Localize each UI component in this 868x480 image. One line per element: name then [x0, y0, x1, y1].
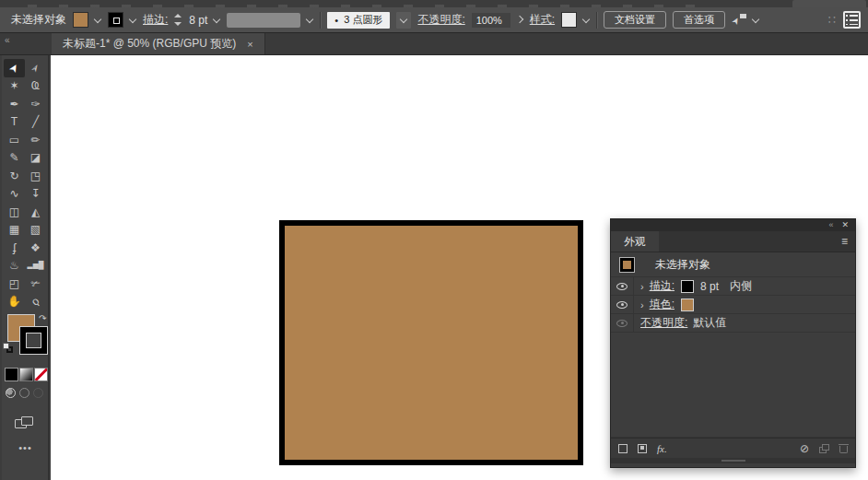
panel-titlebar[interactable]: « ✕	[611, 219, 855, 231]
gradient-tool[interactable]: ▧	[25, 221, 46, 240]
preferences-button[interactable]: 首选项	[673, 11, 725, 29]
toolbar-panel: ➤➢✶Ҩ✒✑T╱▭✏✎◪↻◳∿↧◫◭▦▧ʄ❖♨▂▅█◰✃✋ϙ ↷ •••	[2, 55, 49, 480]
draw-behind-button[interactable]	[19, 388, 29, 398]
artboard-tool[interactable]: ◰	[4, 275, 25, 293]
hand-tool[interactable]: ✋	[4, 293, 25, 311]
rectangle-tool[interactable]: ▭	[4, 131, 25, 149]
document-tab-close-icon[interactable]: ×	[247, 39, 252, 50]
symbol-sprayer-tool[interactable]: ♨	[4, 257, 25, 275]
color-button[interactable]	[6, 369, 18, 380]
tool-dock: ➤➢✶Ҩ✒✑T╱▭✏✎◪↻◳∿↧◫◭▦▧ʄ❖♨▂▅█◰✃✋ϙ ↷ •••	[0, 55, 51, 480]
eye-icon[interactable]	[616, 283, 628, 290]
add-new-stroke-icon[interactable]	[618, 444, 628, 453]
duplicate-item-icon[interactable]	[819, 444, 829, 453]
shape-builder-tool[interactable]: ◫	[4, 203, 25, 221]
slice-tool[interactable]: ✃	[25, 275, 46, 293]
eraser-tool[interactable]: ◪	[25, 149, 46, 168]
mesh-tool[interactable]: ▦	[4, 221, 25, 240]
fill-row-link[interactable]: 填色:	[650, 297, 674, 312]
variable-width-profile-preview[interactable]	[227, 13, 300, 28]
lasso-tool[interactable]: Ҩ	[25, 77, 46, 96]
panel-close-icon[interactable]: ✕	[841, 221, 849, 229]
stroke-expand-icon[interactable]: ›	[634, 281, 650, 292]
add-new-fill-icon[interactable]	[638, 444, 647, 453]
stroke-weight-stepper[interactable]	[174, 13, 182, 27]
style-link[interactable]: 样式:	[530, 12, 555, 28]
opacity-row-link[interactable]: 不透明度:	[640, 315, 687, 331]
selection-tool[interactable]: ➤	[4, 59, 25, 77]
fill-row-swatch[interactable]	[682, 299, 693, 310]
style-chevron-icon[interactable]	[583, 17, 590, 23]
control-bar: 未选择对象 描边: 8 pt • 3 点圆形 不透明度: 100% 样式: 文档…	[0, 7, 868, 33]
fill-visibility-cell[interactable]	[611, 296, 634, 313]
grid-dots-icon[interactable]: ∷	[828, 13, 837, 27]
stroke-row-swatch[interactable]	[682, 281, 693, 292]
document-tab[interactable]: 未标题-1* @ 50% (RGB/GPU 预览) ×	[52, 33, 265, 54]
eyedropper-tool[interactable]: ʄ	[4, 239, 25, 257]
artboard-rectangle[interactable]	[279, 220, 583, 465]
stroke-color-swatch[interactable]	[108, 12, 123, 28]
stroke-attribute-row[interactable]: › 描边: 8 pt 内侧	[611, 277, 855, 296]
opacity-attribute-row[interactable]: 不透明度: 默认值	[611, 314, 855, 333]
screen-mode-icon[interactable]	[15, 416, 35, 431]
line-segment-tool[interactable]: ╱	[25, 113, 46, 132]
scale-tool[interactable]: ◳	[25, 167, 46, 185]
pen-tool[interactable]: ✒	[4, 95, 25, 113]
pointer-options-chevron-icon[interactable]	[753, 17, 759, 23]
delete-item-icon[interactable]	[839, 444, 848, 453]
width-profile-chevron-icon[interactable]	[307, 17, 313, 23]
gradient-button[interactable]	[20, 369, 32, 380]
panel-menu-icon[interactable]: ≡	[841, 231, 855, 252]
stroke-weight-value[interactable]: 8 pt	[189, 14, 207, 27]
selection-summary-row: 未选择对象	[611, 252, 855, 277]
fill-attribute-row[interactable]: › 填色:	[611, 296, 855, 314]
opacity-value-field[interactable]: 100%	[472, 13, 510, 28]
toolbar-stroke-swatch[interactable]	[20, 327, 47, 354]
blend-tool[interactable]: ❖	[25, 239, 46, 257]
style-swatch[interactable]	[561, 12, 577, 28]
panel-empty-space	[611, 333, 855, 438]
edit-toolbar-ellipsis-icon[interactable]: •••	[2, 442, 49, 453]
stroke-chevron-icon[interactable]	[130, 17, 136, 23]
toolbar-collapse-icon[interactable]: «	[0, 33, 52, 54]
clear-appearance-icon[interactable]: ⊘	[800, 443, 809, 454]
type-tool[interactable]: T	[4, 113, 25, 132]
brush-chevron-button[interactable]	[396, 12, 411, 29]
panel-resize-grip[interactable]	[611, 458, 855, 463]
puppet-warp-tool[interactable]: ↧	[25, 185, 46, 204]
eye-icon[interactable]	[616, 301, 628, 309]
none-button[interactable]	[35, 369, 47, 380]
panel-tab-row: 外观 ≡	[611, 231, 855, 252]
magic-wand-tool[interactable]: ✶	[4, 77, 25, 96]
add-new-effect-icon[interactable]: fx.	[657, 443, 667, 454]
stroke-row-link[interactable]: 描边:	[650, 278, 674, 294]
panel-collapse-icon[interactable]: «	[828, 221, 833, 229]
tab-appearance[interactable]: 外观	[611, 231, 659, 252]
brush-definition-dropdown[interactable]: • 3 点圆形	[327, 12, 390, 29]
direct-selection-tool[interactable]: ➢	[25, 59, 46, 77]
swap-fill-stroke-icon[interactable]: ↷	[39, 313, 46, 323]
shaper-tool[interactable]: ∿	[4, 185, 25, 204]
stroke-visibility-cell[interactable]	[611, 277, 634, 295]
default-fill-stroke-icon[interactable]	[3, 343, 13, 353]
stroke-weight-chevron-icon[interactable]	[214, 17, 220, 23]
stroke-panel-link[interactable]: 描边:	[143, 12, 168, 28]
draw-normal-button[interactable]	[6, 388, 16, 398]
perspective-grid-tool[interactable]: ◭	[25, 203, 46, 221]
fill-color-swatch[interactable]	[73, 12, 88, 28]
zoom-tool[interactable]: ϙ	[25, 293, 46, 311]
appearance-thumbnail	[620, 258, 634, 272]
document-setup-button[interactable]: 文档设置	[604, 11, 666, 29]
column-graph-tool[interactable]: ▂▅█	[25, 257, 46, 275]
rotate-tool[interactable]: ↻	[4, 167, 25, 185]
paintbrush-tool[interactable]: ✏	[25, 131, 46, 149]
fill-expand-icon[interactable]: ›	[634, 299, 650, 310]
pointer-options-icon[interactable]: ➤	[732, 14, 746, 27]
pencil-tool[interactable]: ✎	[4, 149, 25, 168]
curvature-tool[interactable]: ✑	[25, 95, 46, 113]
opacity-expand-icon[interactable]	[517, 17, 523, 23]
draw-inside-button[interactable]	[33, 388, 43, 398]
opacity-link[interactable]: 不透明度:	[417, 12, 464, 28]
fill-chevron-icon[interactable]	[95, 17, 101, 23]
panel-dock-icon[interactable]	[843, 11, 861, 29]
